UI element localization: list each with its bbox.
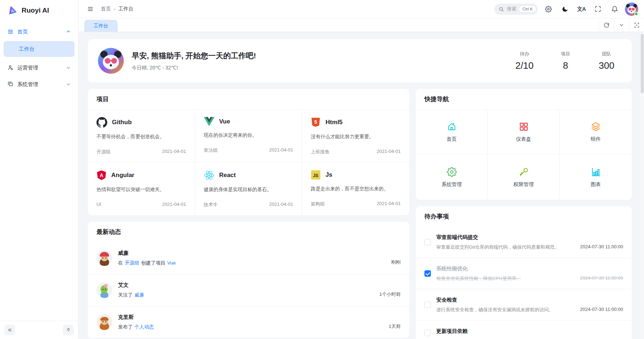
notifications-bell-icon[interactable] — [608, 3, 621, 15]
hamburger-menu-icon[interactable] — [84, 3, 96, 15]
activity-panel-title: 最新动态 — [88, 222, 409, 242]
sidebar-item-label: 首页 — [17, 28, 62, 35]
breadcrumb-separator: › — [114, 6, 116, 12]
activity-time: 1个小时前 — [379, 291, 401, 298]
dark-mode-moon-icon[interactable] — [559, 3, 571, 15]
welcome-stats: 待办 2/10 项目 8 团队 300 — [514, 51, 622, 71]
avatar-william — [96, 250, 112, 266]
project-date: 2021-04-01 — [377, 149, 401, 155]
language-translate-icon[interactable]: 文A — [575, 3, 587, 15]
activity-link[interactable]: 开源组 — [125, 260, 140, 266]
project-group: 开源组 — [96, 149, 111, 155]
projects-panel-title: 项目 — [88, 89, 409, 110]
quicknav-home[interactable]: 首页 — [416, 110, 488, 155]
project-date: 2021-04-01 — [269, 202, 293, 208]
fullscreen-icon[interactable] — [592, 3, 604, 15]
search-shortcut-badge: Ctrl K — [519, 6, 536, 12]
gear-icon — [447, 167, 457, 177]
app-name: Ruoyi AI — [22, 6, 49, 14]
quicknav-components[interactable]: 组件 — [560, 110, 632, 155]
activity-link[interactable]: Vue — [167, 260, 176, 266]
sidebar-item-home[interactable]: 首页 — [4, 24, 75, 39]
tab-bar: 工作台 — [78, 18, 644, 32]
activity-user: 艾文 — [118, 282, 374, 289]
quicknav-system[interactable]: 系统管理 — [416, 155, 488, 200]
js-icon: JS — [311, 170, 321, 180]
welcome-title: 早安, 熊猫助手, 开始您一天的工作吧! — [132, 51, 256, 61]
panda-avatar — [98, 48, 124, 74]
header: 首页 › 工作台 搜索 Ctrl K 文A — [78, 0, 644, 18]
activity-time: 1天前 — [389, 323, 401, 330]
search-input[interactable]: 搜索 Ctrl K — [494, 4, 538, 15]
tab-workbench[interactable]: 工作台 — [84, 20, 118, 32]
project-card-vue[interactable]: Vue 现在的你决定将来的你。 算法组 2021-04-01 — [195, 110, 302, 163]
key-icon — [519, 167, 529, 177]
project-date: 2021-04-01 — [162, 149, 186, 155]
chevron-down-icon — [66, 82, 71, 87]
page-scrollbar[interactable] — [640, 32, 644, 339]
projects-grid: Github 不要等待机会，而要创造机会。 开源组 2021-04-01 — [88, 110, 409, 215]
stat-todo: 待办 2/10 — [514, 51, 535, 71]
sidebar-item-label: 运营管理 — [17, 64, 62, 71]
project-card-react[interactable]: React 健康的身体是实现目标的基石。 技术牛 2021-04-01 — [195, 163, 302, 215]
welcome-subtitle: 今日晴, 20℃ - 32℃! — [132, 65, 256, 71]
logo-icon — [6, 5, 18, 16]
project-card-html5[interactable]: 5 Html5 没有什么才能比努力更重要。 上班摸鱼 2021-04-01 — [302, 110, 409, 163]
refresh-icon[interactable] — [599, 18, 614, 32]
dashboard-grid-icon — [519, 122, 529, 132]
breadcrumb-home[interactable]: 首页 — [101, 6, 111, 12]
todos-panel: 待办事项 审查前端代码提交 审查最近提交到Git仓库的前端代码，确保代码质量和规… — [416, 206, 632, 339]
todo-checkbox[interactable] — [424, 239, 431, 245]
activity-link[interactable]: 威廉 — [135, 292, 144, 298]
todo-item: 审查前端代码提交 审查最近提交到Git仓库的前端代码，确保代码质量和规范。 20… — [416, 227, 632, 258]
quicknav-charts[interactable]: 图表 — [560, 155, 632, 200]
sidebar-menu: 首页 工作台 运营管理 系统管理 — [0, 21, 78, 321]
svg-text:A: A — [100, 172, 103, 178]
activity-link[interactable]: 个人动态 — [135, 324, 154, 330]
settings-gear-icon[interactable] — [542, 3, 554, 15]
online-status-dot — [634, 12, 638, 16]
activity-panel: 最新动态 — [88, 222, 409, 338]
list-icon — [7, 28, 14, 35]
activity-item: 艾文 关注了 威廉 1个小时前 — [88, 274, 409, 306]
activity-item: 威廉 在 开源组 创建了项目 Vue 刚刚 — [88, 242, 409, 274]
sidebar-item-label: 系统管理 — [17, 81, 62, 88]
project-group: UI — [96, 202, 101, 207]
sidebar-item-system[interactable]: 系统管理 — [4, 77, 75, 91]
project-card-github[interactable]: Github 不要等待机会，而要创造机会。 开源组 2021-04-01 — [88, 110, 195, 163]
tab-controls — [599, 18, 644, 32]
html5-icon: 5 — [311, 117, 321, 128]
todo-checkbox[interactable] — [424, 302, 431, 308]
user-gear-icon — [7, 64, 14, 71]
project-card-angular[interactable]: A Angular 热情和欲望可以突破一切难关。 UI 2021-04-01 — [88, 163, 195, 215]
todo-checkbox[interactable] — [424, 330, 431, 336]
app-logo[interactable]: Ruoyi AI — [0, 0, 78, 21]
breadcrumb: 首页 › 工作台 — [101, 6, 134, 12]
pin-sidebar-button[interactable] — [63, 325, 74, 335]
quicknav-panel: 快捷导航 首页 — [416, 89, 632, 200]
vue-icon — [204, 117, 215, 126]
sidebar-item-workbench[interactable]: 工作台 — [4, 41, 75, 57]
project-group: 架构组 — [311, 201, 325, 207]
quicknav-dashboard[interactable]: 仪表盘 — [488, 110, 560, 155]
todo-checkbox[interactable] — [424, 270, 431, 277]
projects-panel: 项目 Github 不要等待机会，而要创造机会。 开源组 — [88, 89, 409, 215]
search-placeholder: 搜索 — [507, 6, 516, 12]
stat-projects: 项目 8 — [555, 51, 576, 71]
user-avatar[interactable] — [625, 3, 638, 16]
maximize-content-icon[interactable] — [629, 18, 644, 32]
project-group: 上班摸鱼 — [311, 149, 329, 155]
github-icon — [96, 117, 107, 128]
quicknav-grid: 首页 仪表盘 — [416, 110, 632, 200]
project-card-js[interactable]: JS Js 路是走出来的，而不是空想出来的。 架构组 2021-04-01 — [302, 163, 409, 215]
project-date: 2021-04-01 — [377, 201, 401, 207]
activity-user: 威廉 — [118, 250, 386, 257]
todo-item: 安全检查 进行系统安全检查，确保没有安全漏洞或未授权的访问。 2024-07-3… — [416, 289, 632, 320]
svg-text:JS: JS — [313, 173, 319, 178]
scrollbar-thumb[interactable] — [641, 34, 644, 93]
collapse-sidebar-button[interactable] — [4, 325, 15, 335]
sidebar: Ruoyi AI 首页 工作台 运营管理 — [0, 0, 78, 339]
chevron-down-icon[interactable] — [614, 18, 629, 32]
quicknav-permissions[interactable]: 权限管理 — [488, 155, 560, 200]
sidebar-item-operations[interactable]: 运营管理 — [4, 60, 75, 75]
